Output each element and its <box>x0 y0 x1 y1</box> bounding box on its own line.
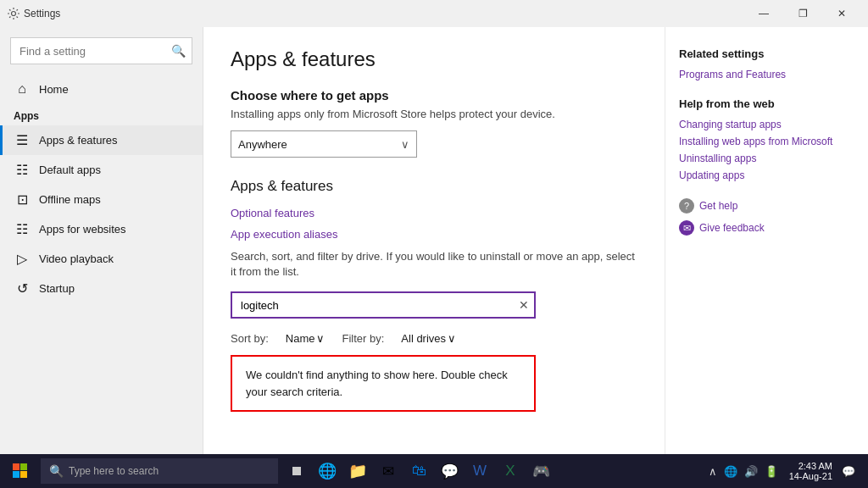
get-help-icon: ? <box>679 198 694 214</box>
help-web-section: Help from the web Changing startup apps … <box>679 97 854 181</box>
taskbar-search[interactable]: 🔍 Type here to search <box>41 458 278 484</box>
apps-features-sub-title: Apps & features <box>231 178 637 195</box>
sidebar: 🔍 ⌂ Home Apps ☰ Apps & features ☷ Defaul… <box>0 27 203 454</box>
taskbar-excel-icon[interactable]: X <box>495 454 526 488</box>
give-feedback-row[interactable]: ✉ Give feedback <box>679 220 854 236</box>
sidebar-item-video-playback-label: Video playback <box>39 252 114 265</box>
title-bar-controls: — ❐ ✕ <box>744 0 861 27</box>
page-title: Apps & features <box>231 47 637 71</box>
choose-section-heading: Choose where to get apps <box>231 88 637 103</box>
choose-section-desc: Installing apps only from Microsoft Stor… <box>231 108 637 120</box>
sort-dropdown[interactable]: Name ∨ <box>286 332 326 345</box>
taskbar-date: 14-Aug-21 <box>789 471 832 481</box>
taskbar-store-icon[interactable]: 🛍 <box>403 454 434 488</box>
offline-maps-icon: ⊡ <box>14 191 31 208</box>
taskbar-teams-icon[interactable]: 💬 <box>434 454 465 488</box>
sidebar-item-startup[interactable]: ↺ Startup <box>0 274 203 303</box>
help-link-1[interactable]: Installing web apps from Microsoft <box>679 136 854 147</box>
sidebar-item-offline-maps[interactable]: ⊡ Offline maps <box>0 185 203 214</box>
video-playback-icon: ▷ <box>14 251 31 267</box>
taskbar-mail-icon[interactable]: ✉ <box>373 454 403 488</box>
give-feedback-label: Give feedback <box>699 222 765 234</box>
search-clear-icon[interactable]: ✕ <box>519 298 529 312</box>
related-settings-section: Related settings Programs and Features <box>679 47 854 80</box>
sidebar-section-label: Apps <box>0 103 203 125</box>
taskbar-notification-icon[interactable]: 💬 <box>839 465 858 478</box>
taskbar-edge-icon[interactable]: 🌐 <box>312 454 342 488</box>
sort-filter-row: Sort by: Name ∨ Filter by: All drives ∨ <box>231 332 637 345</box>
filter-dropdown[interactable]: All drives ∨ <box>401 332 456 345</box>
taskbar-explorer-icon[interactable]: 📁 <box>342 454 373 488</box>
search-icon: 🔍 <box>171 44 186 58</box>
get-help-label: Get help <box>699 200 737 212</box>
taskbar-word-icon[interactable]: W <box>465 454 495 488</box>
help-web-label: Help from the web <box>679 97 854 110</box>
related-settings-label: Related settings <box>679 47 854 60</box>
get-apps-dropdown[interactable]: Anywhere ∨ <box>231 130 417 158</box>
restore-button[interactable]: ❐ <box>783 0 822 27</box>
actions-section: ? Get help ✉ Give feedback <box>679 198 854 236</box>
sidebar-item-apps-features[interactable]: ☰ Apps & features <box>0 125 203 155</box>
home-icon: ⌂ <box>14 81 31 97</box>
sort-value: Name <box>286 332 315 345</box>
no-results-text: We couldn't find anything to show here. … <box>246 369 508 398</box>
taskbar-game-icon[interactable]: 🎮 <box>526 454 556 488</box>
sidebar-search-input[interactable] <box>10 37 192 64</box>
sidebar-item-home-label: Home <box>39 83 69 96</box>
right-panel: Related settings Programs and Features H… <box>665 27 868 454</box>
optional-features-link[interactable]: Optional features <box>231 207 637 219</box>
svg-point-0 <box>12 12 16 16</box>
taskbar-battery-icon[interactable]: 🔋 <box>762 465 781 478</box>
taskbar-network-icon[interactable]: 🌐 <box>721 465 740 478</box>
sidebar-item-apps-websites-label: Apps for websites <box>39 223 126 236</box>
helper-text: Search, sort, and filter by drive. If yo… <box>231 249 637 280</box>
programs-features-link[interactable]: Programs and Features <box>679 69 854 80</box>
filter-value: All drives <box>401 332 446 345</box>
sidebar-item-apps-websites[interactable]: ☷ Apps for websites <box>0 214 203 244</box>
app-execution-link[interactable]: App execution aliases <box>231 228 637 241</box>
app-search-input[interactable] <box>231 291 536 319</box>
sidebar-item-home[interactable]: ⌂ Home <box>0 75 203 103</box>
window-body: 🔍 ⌂ Home Apps ☰ Apps & features ☷ Defaul… <box>0 27 868 454</box>
main-content: Apps & features Choose where to get apps… <box>203 27 665 454</box>
taskbar: 🔍 Type here to search ⏹ 🌐 📁 ✉ 🛍 💬 W X 🎮 … <box>0 454 868 488</box>
title-bar-title: Settings <box>24 8 744 19</box>
title-bar: Settings — ❐ ✕ <box>0 0 868 27</box>
sidebar-item-startup-label: Startup <box>39 282 75 295</box>
svg-rect-2 <box>20 463 27 470</box>
no-results-box: We couldn't find anything to show here. … <box>231 355 536 412</box>
give-feedback-icon: ✉ <box>679 220 694 236</box>
minimize-button[interactable]: — <box>744 0 783 27</box>
taskbar-right: ∧ 🌐 🔊 🔋 2:43 AM 14-Aug-21 💬 <box>706 461 865 481</box>
close-button[interactable]: ✕ <box>822 0 861 27</box>
taskbar-search-icon: 🔍 <box>49 464 64 478</box>
taskbar-app-icons: ⏹ 🌐 📁 ✉ 🛍 💬 W X 🎮 <box>281 454 556 488</box>
apps-features-icon: ☰ <box>14 132 31 148</box>
taskbar-search-text: Type here to search <box>69 465 159 477</box>
svg-rect-3 <box>13 471 19 478</box>
taskbar-volume-icon[interactable]: 🔊 <box>742 465 760 478</box>
sidebar-search-wrapper: 🔍 <box>10 37 192 64</box>
help-link-0[interactable]: Changing startup apps <box>679 119 854 130</box>
start-button[interactable] <box>3 454 37 488</box>
svg-rect-4 <box>20 471 27 478</box>
sidebar-item-apps-features-label: Apps & features <box>39 134 118 147</box>
svg-rect-1 <box>13 463 19 470</box>
sidebar-item-video-playback[interactable]: ▷ Video playback <box>0 244 203 274</box>
startup-icon: ↺ <box>14 280 31 297</box>
taskbar-chevron-icon[interactable]: ∧ <box>706 465 720 478</box>
help-link-3[interactable]: Updating apps <box>679 169 854 181</box>
get-help-row[interactable]: ? Get help <box>679 198 854 214</box>
filter-label: Filter by: <box>342 332 384 345</box>
sort-arrow-icon: ∨ <box>316 332 325 345</box>
app-search-wrapper: ✕ <box>231 291 536 319</box>
sidebar-item-default-apps[interactable]: ☷ Default apps <box>0 155 203 185</box>
help-link-2[interactable]: Uninstalling apps <box>679 152 854 164</box>
sidebar-item-offline-maps-label: Offline maps <box>39 193 101 206</box>
taskbar-time: 2:43 AM <box>798 461 832 471</box>
taskbar-task-view[interactable]: ⏹ <box>281 454 312 488</box>
dropdown-arrow-icon: ∨ <box>401 138 409 151</box>
settings-app-icon <box>7 7 20 20</box>
filter-arrow-icon: ∨ <box>448 332 456 345</box>
sidebar-item-default-apps-label: Default apps <box>39 164 101 176</box>
